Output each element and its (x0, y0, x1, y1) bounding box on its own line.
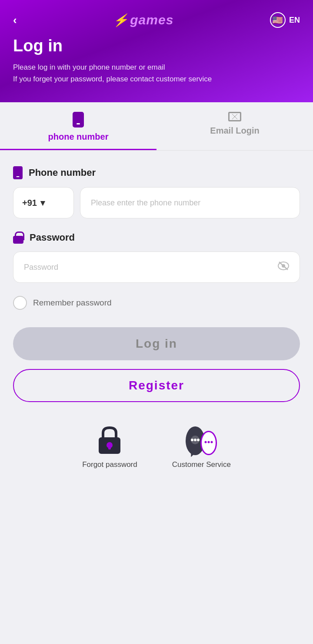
password-label: Password (13, 231, 300, 244)
password-section: Password (13, 231, 300, 283)
login-button[interactable]: Log in (13, 327, 300, 360)
tab-phone-label: phone number (48, 132, 109, 142)
email-tab-icon (228, 112, 241, 121)
svg-rect-5 (108, 445, 111, 449)
register-button[interactable]: Register (13, 369, 300, 402)
phone-field-icon (13, 166, 23, 179)
phone-row: +91 ▾ (13, 187, 300, 218)
phone-input[interactable] (80, 187, 300, 218)
content: Phone number +91 ▾ Password (0, 151, 313, 644)
country-code-selector[interactable]: +91 ▾ (13, 187, 74, 218)
tab-email[interactable]: Email Login (156, 102, 313, 150)
eye-icon[interactable] (278, 262, 289, 273)
remember-row: Remember password (13, 296, 300, 310)
phone-section: Phone number +91 ▾ (13, 166, 300, 218)
phone-label: Phone number (13, 166, 300, 179)
remember-label: Remember password (33, 298, 112, 308)
header-subtitle: Please log in with your phone number or … (13, 61, 300, 85)
remember-checkbox[interactable] (13, 296, 27, 310)
svg-point-11 (207, 441, 210, 443)
header: ‹ ⚡ games 🇺🇸 EN Log in Please log in wit… (0, 0, 313, 102)
bottom-actions: Forgot password (13, 424, 300, 486)
page-title: Log in (13, 37, 300, 55)
logo-text: games (130, 13, 173, 27)
forgot-password-icon (94, 424, 125, 455)
logo: ⚡ games (113, 13, 173, 27)
tab-phone[interactable]: phone number (0, 102, 156, 150)
forgot-password-action[interactable]: Forgot password (82, 424, 137, 469)
logo-icon: ⚡ (113, 13, 128, 27)
password-input[interactable] (24, 263, 278, 272)
customer-service-action[interactable]: Customer Service (172, 424, 231, 469)
phone-tab-icon (73, 112, 84, 127)
svg-point-12 (210, 441, 213, 443)
svg-point-10 (204, 441, 206, 443)
tab-email-label: Email Login (210, 126, 259, 136)
password-input-wrapper (13, 252, 300, 283)
svg-point-8 (194, 439, 196, 441)
language-button[interactable]: 🇺🇸 EN (270, 12, 300, 28)
svg-point-7 (191, 439, 193, 441)
dropdown-icon: ▾ (40, 198, 45, 208)
lock-field-icon (13, 231, 23, 244)
lang-code: EN (289, 16, 300, 25)
tabs: phone number Email Login (0, 102, 313, 151)
svg-point-9 (197, 439, 200, 441)
forgot-password-label: Forgot password (82, 460, 137, 469)
customer-service-label: Customer Service (172, 460, 231, 469)
back-button[interactable]: ‹ (13, 13, 17, 27)
chat-bubble-outline (200, 431, 217, 455)
header-nav: ‹ ⚡ games 🇺🇸 EN (13, 0, 300, 37)
flag-icon: 🇺🇸 (270, 12, 286, 28)
customer-service-icon (186, 424, 217, 455)
country-code-value: +91 (22, 198, 37, 208)
